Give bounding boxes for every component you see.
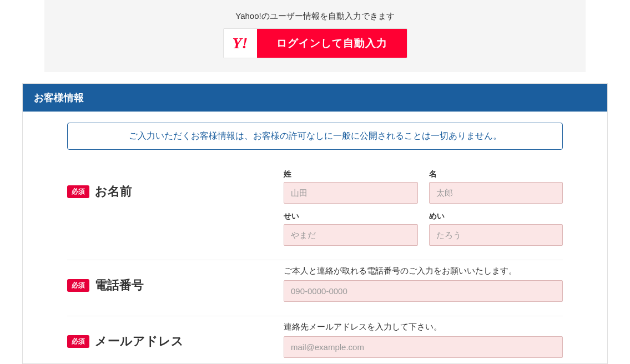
phone-label-col: 必須 電話番号 — [67, 266, 284, 294]
required-badge: 必須 — [67, 335, 89, 348]
last-name-input[interactable] — [284, 182, 418, 204]
required-badge: 必須 — [67, 279, 89, 292]
yahoo-autofill-section: Yahoo!のユーザー情報を自動入力できます Y! ログインして自動入力 — [44, 0, 586, 72]
first-kana-input[interactable] — [429, 224, 563, 246]
last-name-group: 姓 — [284, 169, 418, 204]
required-badge: 必須 — [67, 185, 89, 198]
phone-row: 必須 電話番号 ご本人と連絡が取れる電話番号のご入力をお願いいたします。 — [67, 260, 563, 316]
yahoo-button-wrapper: Y! ログインして自動入力 — [223, 28, 407, 58]
email-label: メールアドレス — [95, 333, 184, 350]
customer-info-form: お客様情報 ご入力いただくお客様情報は、お客様の許可なしに一般に公開されることは… — [22, 83, 608, 364]
first-kana-sublabel: めい — [429, 211, 563, 221]
last-kana-sublabel: せい — [284, 211, 418, 221]
first-name-input[interactable] — [429, 182, 563, 204]
first-name-sublabel: 名 — [429, 169, 563, 179]
form-header: お客様情報 — [23, 84, 607, 112]
name-input-col: 姓 名 せい めい — [284, 169, 563, 246]
email-input-col: 連絡先メールアドレスを入力して下さい。 — [284, 322, 563, 358]
privacy-notice: ご入力いただくお客様情報は、お客様の許可なしに一般に公開されることは一切ありませ… — [67, 123, 563, 150]
first-kana-group: めい — [429, 211, 563, 246]
first-name-group: 名 — [429, 169, 563, 204]
phone-input-col: ご本人と連絡が取れる電話番号のご入力をお願いいたします。 — [284, 266, 563, 302]
email-input[interactable] — [284, 336, 563, 358]
last-kana-input[interactable] — [284, 224, 418, 246]
last-name-sublabel: 姓 — [284, 169, 418, 179]
kana-name-row: せい めい — [284, 211, 563, 246]
form-body: ご入力いただくお客様情報は、お客様の許可なしに一般に公開されることは一切ありませ… — [23, 112, 607, 363]
name-label-col: 必須 お名前 — [67, 169, 284, 200]
phone-input[interactable] — [284, 280, 563, 302]
name-label: お名前 — [95, 183, 132, 200]
kanji-name-row: 姓 名 — [284, 169, 563, 204]
yahoo-login-button[interactable]: ログインして自動入力 — [257, 29, 407, 58]
email-row: 必須 メールアドレス 連絡先メールアドレスを入力して下さい。 — [67, 316, 563, 363]
email-label-col: 必須 メールアドレス — [67, 322, 284, 350]
phone-help-text: ご本人と連絡が取れる電話番号のご入力をお願いいたします。 — [284, 266, 563, 276]
yahoo-info-text: Yahoo!のユーザー情報を自動入力できます — [44, 11, 586, 22]
phone-label: 電話番号 — [95, 277, 144, 294]
yahoo-logo-icon: Y! — [224, 29, 257, 58]
email-help-text: 連絡先メールアドレスを入力して下さい。 — [284, 322, 563, 332]
last-kana-group: せい — [284, 211, 418, 246]
name-row: 必須 お名前 姓 名 せい — [67, 164, 563, 260]
